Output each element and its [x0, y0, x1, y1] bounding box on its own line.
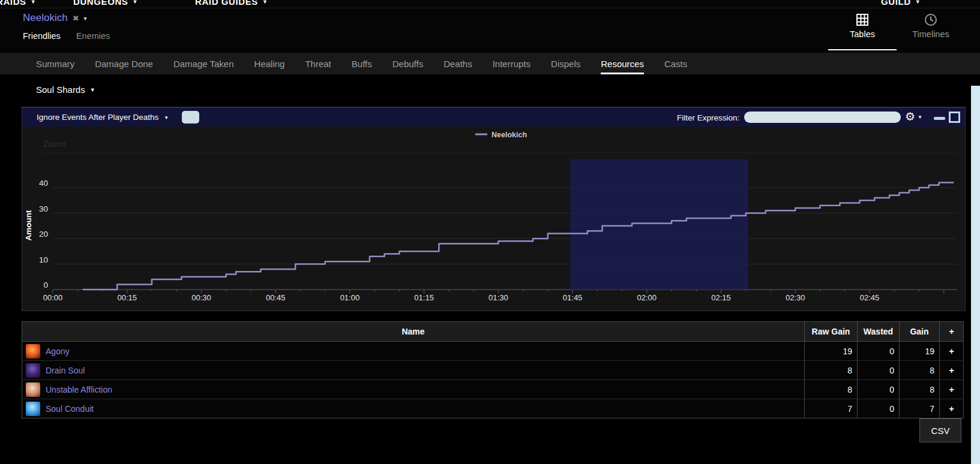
csv-export-button[interactable]: CSV	[919, 418, 961, 442]
wasted-value: 0	[858, 380, 900, 399]
tab-debuffs[interactable]: Debuffs	[392, 53, 423, 74]
tab-healing[interactable]: Healing	[254, 53, 285, 74]
filter-expression-input[interactable]	[744, 112, 901, 123]
player-caret-down-icon[interactable]: ▾	[84, 15, 87, 22]
minimize-icon[interactable]	[934, 117, 945, 120]
nav-item-raids[interactable]: RAIDS▼	[0, 0, 36, 7]
friendlies-tab[interactable]: Friendlies	[23, 31, 61, 41]
caret-down-icon: ▼	[164, 115, 169, 120]
x-tick-label: 00:30	[191, 293, 211, 302]
enemies-tab[interactable]: Enemies	[76, 31, 110, 41]
filter-expression-label: Filter Expression:	[677, 113, 739, 122]
caret-down-icon: ▼	[918, 115, 922, 120]
soul-conduit-icon	[26, 402, 40, 416]
faction-toggle: Friendlies Enemies	[23, 31, 110, 41]
chart-panel: Ignore Events After Player Deaths▼ Filte…	[22, 107, 966, 311]
y-tick-label: 0	[43, 281, 48, 290]
chart-area[interactable]: Zoom00:0000:1500:3000:4501:0001:1501:300…	[22, 126, 965, 310]
series-line-neelokich	[82, 183, 954, 290]
x-tick-label: 01:00	[340, 293, 360, 302]
expand-row-button[interactable]: +	[940, 361, 964, 380]
nav-item-dungeons[interactable]: DUNGEONS▼	[73, 0, 138, 7]
nav-item-label: RAID GUIDES	[195, 0, 258, 7]
ability-link[interactable]: Soul Conduit	[46, 404, 94, 414]
tab-dispels[interactable]: Dispels	[551, 53, 580, 74]
ability-link[interactable]: Agony	[46, 347, 70, 356]
resource-type-dropdown[interactable]: Soul Shards▼	[36, 85, 95, 95]
caret-down-icon: ▼	[90, 87, 95, 93]
tab-interrupts[interactable]: Interrupts	[493, 53, 531, 74]
gain-value: 19	[900, 342, 940, 361]
table-row: Drain Soul808+	[22, 361, 964, 380]
view-tables-button[interactable]: Tables	[828, 13, 897, 50]
y-tick-label: 20	[39, 230, 48, 239]
report-tab-bar: SummaryDamage DoneDamage TakenHealingThr…	[0, 53, 980, 74]
caret-down-icon: ▼	[262, 0, 268, 5]
expand-row-button[interactable]: +	[940, 380, 964, 399]
view-timelines-label: Timelines	[897, 29, 965, 39]
ability-name-cell: Unstable Affliction	[22, 382, 804, 397]
tab-threat[interactable]: Threat	[305, 53, 331, 74]
chart-panel-header: Ignore Events After Player Deaths▼ Filte…	[22, 107, 965, 126]
view-tables-label: Tables	[828, 29, 897, 39]
tab-damage-taken[interactable]: Damage Taken	[173, 53, 234, 74]
x-tick-label: 02:30	[786, 293, 805, 302]
x-tick-label: 02:45	[860, 293, 880, 302]
column-header-gain[interactable]: Gain	[900, 322, 940, 342]
resource-type-label: Soul Shards	[36, 85, 85, 95]
ability-link[interactable]: Unstable Affliction	[46, 385, 112, 394]
ability-link[interactable]: Drain Soul	[46, 366, 85, 375]
ignore-deaths-dropdown[interactable]: Ignore Events After Player Deaths▼	[37, 113, 169, 122]
ability-name-cell: Soul Conduit	[22, 402, 804, 416]
raw-gain-value: 19	[805, 342, 858, 361]
report-header: Neelokich ✖ ▾ Friendlies Enemies Tables	[0, 8, 980, 53]
nav-item-guild[interactable]: GUILD▼	[881, 0, 921, 7]
table-row: Soul Conduit707+	[22, 399, 964, 418]
maximize-icon[interactable]	[949, 112, 960, 123]
tab-resources[interactable]: Resources	[601, 53, 644, 74]
selected-player-link[interactable]: Neelokich	[23, 12, 68, 24]
legend-label[interactable]: Neelokich	[492, 131, 527, 139]
nav-item-label: GUILD	[881, 0, 911, 7]
y-tick-label: 10	[39, 255, 48, 264]
x-tick-label: 00:45	[266, 293, 286, 302]
x-tick-label: 02:15	[711, 293, 731, 302]
raw-gain-value: 7	[805, 399, 858, 418]
column-header-raw-gain[interactable]: Raw Gain	[805, 322, 858, 342]
column-header-plus[interactable]: +	[940, 322, 964, 342]
selected-player: Neelokich ✖ ▾	[23, 12, 87, 24]
resource-chart-svg[interactable]: Zoom00:0000:1500:3000:4501:0001:1501:300…	[22, 126, 964, 310]
zoom-selection-region[interactable]	[570, 159, 748, 290]
wasted-value: 0	[858, 399, 900, 418]
gain-value: 7	[900, 399, 940, 418]
caret-down-icon: ▼	[915, 0, 921, 5]
nav-item-label: RAIDS	[0, 0, 26, 7]
resource-table: Name Raw Gain Wasted Gain + Agony19019+D…	[22, 321, 964, 418]
x-tick-label: 00:00	[43, 293, 63, 302]
column-header-name[interactable]: Name	[22, 322, 805, 342]
x-tick-label: 01:45	[563, 293, 583, 302]
tab-buffs[interactable]: Buffs	[352, 53, 372, 74]
tab-casts[interactable]: Casts	[664, 53, 687, 74]
tab-damage-done[interactable]: Damage Done	[95, 53, 153, 74]
ignore-deaths-checkbox[interactable]	[182, 111, 199, 123]
x-tick-label: 01:30	[488, 293, 508, 302]
tab-deaths[interactable]: Deaths	[443, 53, 472, 74]
tables-grid-icon	[828, 13, 897, 27]
tab-summary[interactable]: Summary	[36, 53, 74, 74]
column-header-wasted[interactable]: Wasted	[858, 322, 900, 342]
expand-row-button[interactable]: +	[940, 399, 964, 418]
y-tick-label: 40	[39, 179, 48, 188]
vertical-scrollbar-thumb[interactable]	[971, 86, 980, 464]
remove-player-icon[interactable]: ✖	[73, 14, 79, 23]
expand-row-button[interactable]: +	[940, 342, 964, 361]
view-timelines-button[interactable]: Timelines	[897, 13, 965, 49]
x-tick-label: 02:00	[637, 293, 657, 302]
wasted-value: 0	[858, 361, 900, 380]
nav-item-raid-guides[interactable]: RAID GUIDES▼	[195, 0, 268, 7]
nav-item-label: DUNGEONS	[73, 0, 128, 7]
y-tick-label: 30	[39, 204, 48, 213]
table-header-row: Name Raw Gain Wasted Gain +	[22, 322, 964, 342]
gain-value: 8	[900, 380, 940, 399]
settings-gear-icon[interactable]: ⚙▼	[905, 110, 922, 123]
